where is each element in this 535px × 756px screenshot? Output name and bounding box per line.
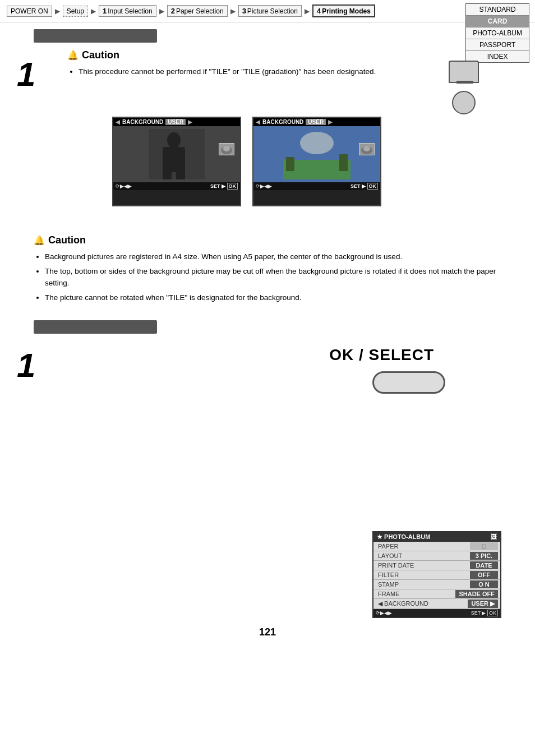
pa-key-stamp: STAMP [376, 580, 401, 588]
ok-select-area: 1 OK / SELECT [0, 340, 535, 464]
pa-val-paper: □ [470, 542, 498, 550]
screen-1-footer-right: SET ▶ OK [210, 183, 238, 189]
screen-2-photo [253, 126, 380, 182]
pa-menu-header: ★ PHOTO-ALBUM 🖼 [373, 532, 500, 542]
pa-row-layout: LAYOUT 3 PIC. [373, 551, 500, 561]
screen-2-arrow-l: ◀ [256, 119, 260, 125]
pa-row-background: ◀ BACKGROUND USER ▶ [373, 599, 500, 609]
pa-row-stamp: STAMP O N [373, 580, 500, 589]
pa-header-icon: 🖼 [491, 533, 497, 541]
screen-1-photo [113, 126, 240, 182]
pa-footer-left: ⟳▶◀▶ [376, 610, 392, 616]
nav-label-power-on: POWER ON [7, 6, 52, 17]
nav-picture-selection: 3Picture Selection [238, 5, 302, 17]
nav-label-paper-selection: 2Paper Selection [167, 5, 228, 17]
nav-num-4: 4 [317, 7, 321, 15]
screen-2-footer: ⟳▶◀▶ SET ▶ OK [253, 182, 380, 190]
pa-row-print-date: PRINT DATE DATE [373, 561, 500, 570]
nav-label-input-selection: 1Input Selection [99, 5, 156, 17]
screen-2-header: ◀ BACKGROUND USER ▶ [253, 118, 380, 126]
pa-val-stamp: O N [470, 580, 498, 588]
screen-1-small-icon-svg [220, 144, 233, 154]
nav-paper-selection: 2Paper Selection [167, 5, 228, 17]
pa-key-paper: PAPER [376, 542, 400, 550]
screen-2-arrow-r: ▶ [328, 119, 333, 125]
svg-rect-10 [286, 157, 294, 171]
device-top-icon [449, 61, 479, 83]
caution-item-2-3: The picture cannot be rotated when "TILE… [45, 292, 501, 304]
svg-point-1 [167, 132, 181, 148]
svg-rect-3 [163, 171, 172, 179]
nav-arrow-5: ▶ [305, 7, 310, 15]
screen-1-arrow-l: ◀ [116, 119, 120, 125]
caution-title-1: 🔔 Caution [67, 49, 501, 61]
screen-1-header: ◀ BACKGROUND USER ▶ [113, 118, 240, 126]
screen-1-footer-left: ⟳▶◀▶ [116, 183, 132, 189]
nav-num-2: 2 [171, 7, 175, 15]
screen-2: ◀ BACKGROUND USER ▶ [252, 117, 381, 206]
navigation-bar: POWER ON ▶ Setup ▶ 1Input Selection ▶ 2P… [0, 0, 535, 22]
screen-1-footer: ⟳▶◀▶ SET ▶ OK [113, 182, 240, 190]
caution-item-2-1: Background pictures are registered in A4… [45, 251, 501, 263]
page-number: 121 [0, 626, 535, 638]
caution-list-1: This procedure cannot be performed if "T… [79, 66, 501, 78]
screen-2-footer-right: SET ▶ OK [350, 183, 378, 189]
screen-2-user-tag: USER [306, 119, 326, 125]
device-icon-area [449, 61, 479, 114]
device-dial-icon [452, 91, 476, 114]
screen-2-small-icon-svg [360, 144, 373, 154]
pa-row-frame: FRAME SHADE OFF [373, 589, 500, 599]
svg-point-9 [300, 132, 334, 154]
svg-point-6 [223, 146, 230, 151]
pa-key-filter: FILTER [376, 571, 401, 579]
screen-1-small-icon [219, 143, 234, 155]
pa-val-layout: 3 PIC. [470, 552, 498, 560]
pa-footer-right: SET ▶ OK [471, 610, 498, 616]
screen-2-landscape-svg [283, 129, 350, 179]
pa-footer: ⟳▶◀▶ SET ▶ OK [373, 609, 500, 617]
svg-point-13 [363, 146, 370, 151]
pa-row-filter: FILTER OFF [373, 570, 500, 580]
nav-arrow-3: ▶ [159, 7, 164, 15]
photo-album-section: ★ PHOTO-ALBUM 🖼 PAPER □ LAYOUT 3 PIC. PR… [0, 469, 535, 615]
pa-key-print-date: PRINT DATE [376, 561, 416, 569]
caution-title-2: 🔔 Caution [34, 234, 501, 246]
caution-block-2: 🔔 Caution Background pictures are regist… [34, 234, 501, 303]
pa-row-paper: PAPER □ [373, 542, 500, 551]
screen-1-user-tag: USER [165, 119, 186, 125]
section-bar-1 [34, 29, 157, 43]
screen-1-silhouette-svg [143, 129, 210, 179]
nav-label-picture-selection: 3Picture Selection [238, 5, 302, 17]
screen-2-small-icon [359, 143, 375, 155]
step1-top-block: 1 🔔 Caution This procedure cannot be per… [0, 49, 535, 218]
screens-row: ◀ BACKGROUND USER ▶ [112, 117, 381, 206]
menu-item-standard[interactable]: STANDARD [466, 4, 529, 16]
screen-2-bg-label: BACKGROUND [262, 119, 303, 125]
svg-rect-11 [339, 154, 348, 171]
caution-icon-2: 🔔 [34, 235, 45, 246]
screen-2-footer-left: ⟳▶◀▶ [256, 183, 272, 189]
screen-1: ◀ BACKGROUND USER ▶ [112, 117, 241, 206]
screen-1-bg-label: BACKGROUND [122, 119, 163, 125]
ok-select-label: OK / SELECT [329, 346, 434, 364]
nav-label-setup: Setup [63, 6, 88, 17]
nav-input-selection: 1Input Selection [99, 5, 156, 17]
nav-num-3: 3 [242, 7, 246, 15]
menu-item-card[interactable]: CARD [466, 16, 529, 27]
caution-block-1: 🔔 Caution This procedure cannot be perfo… [67, 49, 501, 78]
caution-item-2-2: The top, bottom or sides of the backgrou… [45, 265, 501, 289]
ok-button-shape[interactable] [372, 371, 445, 394]
menu-item-photo-album[interactable]: PHOTO-ALBUM [466, 27, 529, 39]
svg-rect-2 [163, 147, 185, 172]
nav-num-1: 1 [103, 7, 107, 15]
caution-item-1-1: This procedure cannot be performed if "T… [79, 66, 501, 78]
step-number-1: 1 [17, 55, 35, 94]
nav-printing-modes: 4Printing Modes [312, 4, 375, 17]
section-bar-2 [34, 320, 157, 334]
pa-val-print-date: DATE [470, 561, 498, 569]
pa-key-background: ◀ BACKGROUND [376, 600, 431, 608]
pa-val-background: USER ▶ [468, 600, 498, 608]
nav-label-printing-modes: 4Printing Modes [312, 4, 375, 17]
pa-val-frame: SHADE OFF [455, 590, 498, 598]
pa-title: ★ PHOTO-ALBUM [377, 533, 430, 541]
